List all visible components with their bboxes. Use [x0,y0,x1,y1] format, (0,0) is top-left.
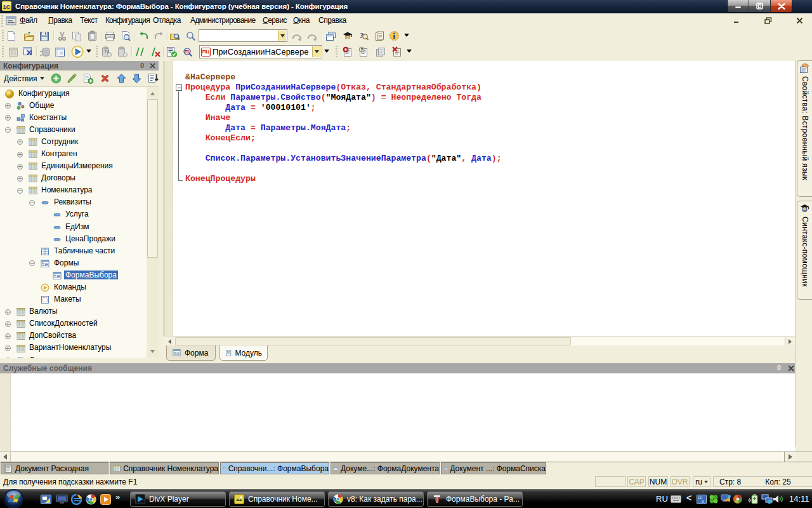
svg-text:A: A [702,500,704,504]
svg-text:1C: 1C [3,4,11,10]
svg-text:?: ? [360,48,363,52]
